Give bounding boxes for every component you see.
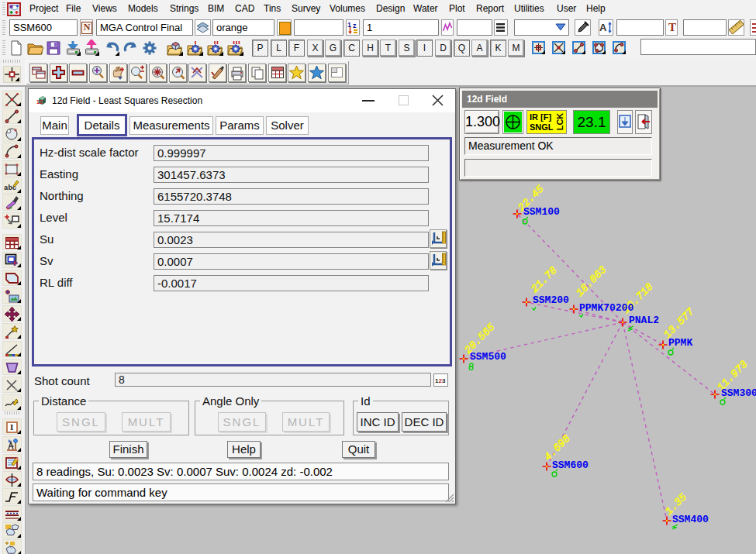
svg-text:A: A (599, 22, 607, 33)
svg-text:SSM400: SSM400 (672, 514, 709, 525)
svg-text:21.78: 21.78 (529, 265, 559, 295)
svg-text:13.577: 13.577 (661, 305, 697, 341)
svg-text:SSM300: SSM300 (721, 387, 756, 399)
svg-text:18.063: 18.063 (574, 264, 609, 299)
svg-text:4.698: 4.698 (542, 433, 572, 463)
svg-text:z: z (353, 22, 357, 29)
svg-text:1: 1 (347, 21, 351, 29)
svg-text:12: 12 (36, 99, 43, 105)
svg-text:PPMK: PPMK (668, 337, 692, 349)
svg-text:I: I (10, 422, 13, 432)
svg-text:SSM500: SSM500 (470, 351, 506, 363)
svg-text:PPMK70200: PPMK70200 (579, 302, 633, 314)
svg-text:SSM200: SSM200 (533, 294, 569, 306)
svg-text:PNAL2: PNAL2 (629, 315, 659, 326)
svg-text:SSM100: SSM100 (523, 206, 560, 218)
svg-text:SSM600: SSM600 (552, 459, 589, 471)
